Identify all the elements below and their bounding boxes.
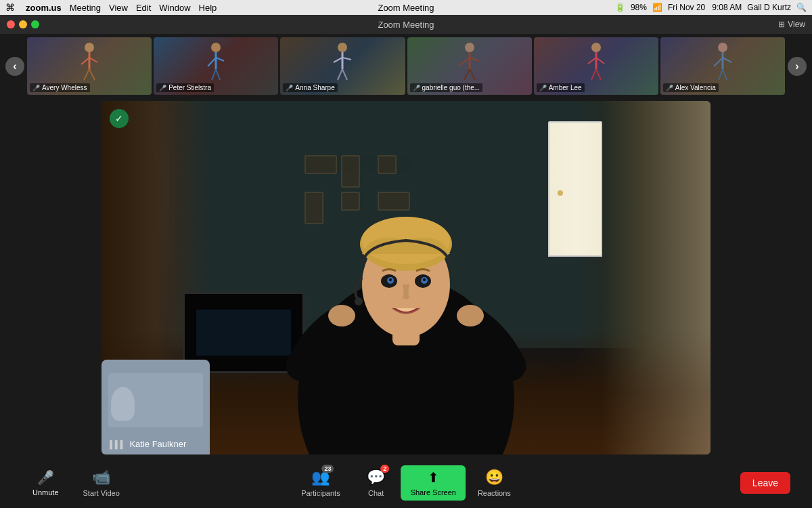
svg-point-45 [389, 278, 392, 281]
speaker-svg [102, 101, 710, 454]
app-name[interactable]: zoom.us [26, 3, 62, 13]
menu-edit[interactable]: Edit [136, 3, 151, 13]
svg-point-46 [423, 278, 426, 281]
user-name: Gail D Kurtz [747, 3, 791, 12]
svg-line-29 [596, 69, 601, 80]
svg-point-12 [338, 43, 347, 52]
svg-line-5 [89, 69, 95, 80]
participant-name-5: 🎤 Alex Valencia [663, 83, 719, 92]
participant-video-1 [202, 41, 229, 85]
svg-line-3 [89, 58, 97, 62]
start-video-button[interactable]: 📹 Start Video [72, 465, 131, 501]
menubar-title: Zoom Meeting [378, 3, 434, 13]
svg-line-22 [464, 69, 470, 80]
svg-line-21 [470, 58, 479, 61]
muted-icon-0: 🎤 [32, 85, 40, 91]
shield-icon: ✓ [115, 113, 123, 124]
search-icon[interactable]: 🔍 [796, 3, 807, 12]
svg-line-11 [216, 69, 220, 80]
menubar: ⌘ zoom.us Meeting View Edit Window Help … [0, 0, 812, 15]
svg-line-35 [723, 69, 727, 80]
menu-view[interactable]: View [109, 3, 128, 13]
participant-strip: ‹ 🎤 Avery Wheless 🎤 Peter Stielstra [0, 34, 812, 98]
chat-label: Chat [368, 489, 384, 497]
participants-button[interactable]: 👥 23 Participants [290, 465, 351, 501]
mic-muted-icon: 🎤 [37, 469, 54, 486]
svg-line-28 [591, 69, 596, 80]
svg-line-4 [84, 69, 89, 80]
minimize-button[interactable] [19, 20, 27, 28]
speaker-name-bar: ▌▌▌ Katie Faulkner [110, 439, 186, 449]
muted-icon-2: 🎤 [286, 85, 293, 91]
menubar-right: 🔋 98% 📶 Fri Nov 20 9:08 AM Gail D Kurtz … [615, 3, 807, 12]
svg-line-26 [588, 58, 596, 64]
participants-count-badge: 23 [321, 465, 334, 473]
date-display: Fri Nov 20 [668, 3, 705, 12]
participant-thumb-2[interactable]: 🎤 Anna Sharpe [280, 37, 405, 95]
svg-line-20 [460, 58, 470, 65]
svg-line-17 [342, 69, 347, 80]
reactions-label: Reactions [478, 489, 511, 497]
traffic-lights [7, 20, 39, 28]
share-screen-icon: ⬆ [428, 469, 439, 486]
participant-thumb-3[interactable]: 🎤 gabrielle guo (the... [407, 37, 532, 95]
toolbar-left: 🎤 Unmute 📹 Start Video [22, 465, 131, 501]
participant-video-2 [329, 41, 356, 85]
svg-point-47 [355, 297, 363, 305]
muted-icon-5: 🎤 [666, 85, 673, 91]
muted-icon-4: 🎤 [539, 85, 547, 91]
svg-line-32 [714, 58, 723, 66]
participant-name-1: 🎤 Peter Stielstra [156, 83, 214, 92]
menu-help[interactable]: Help [199, 3, 217, 13]
participant-video-3 [456, 41, 483, 85]
participant-video-0 [76, 41, 103, 85]
video-off-icon: 📹 [92, 469, 110, 486]
participant-thumb-5[interactable]: 🎤 Alex Valencia [660, 37, 785, 95]
verified-badge: ✓ [110, 109, 129, 128]
strip-next-button[interactable]: › [788, 57, 807, 76]
main-video-feed[interactable]: ✓ ▌▌▌ Katie Faulkner [102, 101, 710, 454]
svg-point-30 [718, 43, 727, 52]
unmute-label: Unmute [32, 488, 59, 496]
svg-point-6 [211, 43, 221, 52]
participant-thumb-0[interactable]: 🎤 Avery Wheless [27, 37, 152, 95]
share-screen-button[interactable]: ⬆ Share Screen [401, 465, 466, 501]
svg-point-49 [457, 305, 484, 326]
svg-line-9 [216, 58, 224, 61]
svg-line-8 [208, 58, 216, 66]
window-title: Zoom Meeting [378, 20, 434, 30]
chat-button[interactable]: 💬 2 Chat [353, 465, 400, 501]
toolbar-inner: 🎤 Unmute 📹 Start Video 👥 23 Participants [11, 457, 801, 508]
svg-line-33 [723, 58, 731, 62]
titlebar: Zoom Meeting ⊞ View [0, 15, 812, 34]
svg-line-27 [596, 58, 604, 64]
menubar-left: ⌘ zoom.us Meeting View Edit Window Help [5, 2, 217, 13]
participant-thumb-1[interactable]: 🎤 Peter Stielstra [154, 37, 278, 95]
apple-logo-icon[interactable]: ⌘ [5, 2, 15, 13]
participant-name-3: 🎤 gabrielle guo (the... [410, 83, 483, 92]
svg-line-2 [81, 58, 89, 64]
battery-icon: 🔋 [615, 3, 625, 12]
view-button[interactable]: ⊞ View [778, 20, 805, 29]
signal-strength-icon: ▌▌▌ [110, 440, 125, 448]
reactions-button[interactable]: 😀 Reactions [467, 465, 522, 501]
svg-point-0 [85, 43, 94, 52]
toolbar: 🎤 Unmute 📹 Start Video 👥 23 Participants [0, 457, 812, 508]
participant-video-4 [583, 41, 610, 85]
menu-window[interactable]: Window [159, 3, 190, 13]
svg-line-16 [338, 69, 342, 80]
wifi-icon: 📶 [652, 3, 662, 12]
unmute-button[interactable]: 🎤 Unmute [22, 465, 70, 501]
strip-prev-button[interactable]: ‹ [5, 57, 24, 76]
participant-thumb-4[interactable]: 🎤 Amber Lee [534, 37, 658, 95]
participant-name-4: 🎤 Amber Lee [537, 83, 585, 92]
close-button[interactable] [7, 20, 15, 28]
leave-button[interactable]: Leave [740, 472, 790, 494]
chat-badge: 2 [380, 465, 389, 473]
toolbar-center: 👥 23 Participants 💬 2 Chat ⬆ Share Scree… [290, 465, 522, 501]
start-video-label: Start Video [83, 489, 120, 497]
maximize-button[interactable] [31, 20, 39, 28]
menu-meeting[interactable]: Meeting [70, 3, 101, 13]
speaker-name-label: Katie Faulkner [129, 439, 186, 449]
date-time: Fri Nov 20 9:08 AM [668, 3, 742, 12]
